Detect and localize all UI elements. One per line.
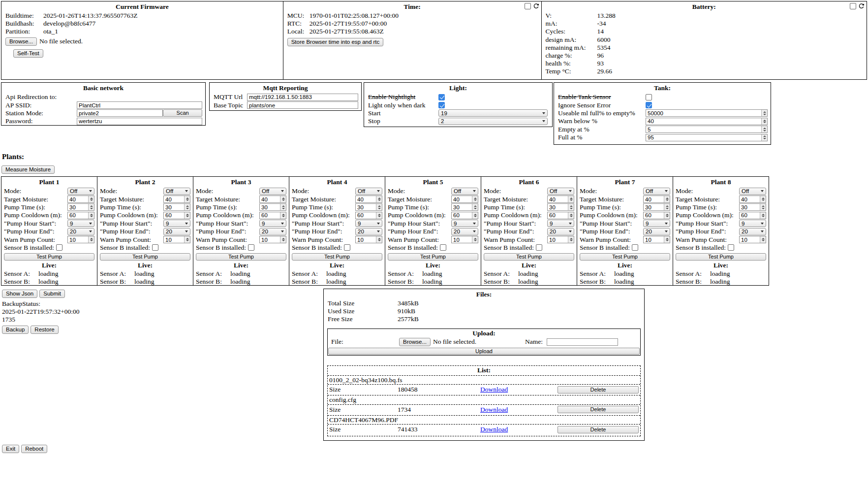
submit-button[interactable]: Submit — [39, 290, 65, 298]
mode-select[interactable]: Off — [547, 188, 574, 195]
pump-hour-end-select[interactable]: 20 — [547, 228, 574, 235]
mode-select[interactable]: Off — [163, 188, 190, 195]
backup-button[interactable]: Backup — [2, 326, 29, 334]
spinner-buttons[interactable] — [88, 196, 94, 202]
spinner-buttons[interactable] — [184, 204, 190, 210]
test-pump-button[interactable]: Test Pump — [676, 253, 766, 261]
pump-hour-end-select[interactable]: 20 — [643, 228, 670, 235]
sensor-b-installed-checkbox[interactable] — [152, 244, 158, 251]
warn-pump-count-input[interactable]: 10 — [547, 236, 574, 243]
spinner-buttons[interactable] — [376, 236, 382, 243]
warn-pump-count-input[interactable]: 10 — [739, 236, 766, 243]
light-only-dark-checkbox[interactable] — [438, 102, 445, 108]
delete-button[interactable]: Delete — [558, 406, 639, 413]
ignore-sensor-error-checkbox[interactable] — [646, 102, 652, 108]
download-link[interactable]: Download — [480, 406, 508, 414]
spinner-buttons[interactable] — [761, 118, 767, 125]
pump-cooldown-input[interactable]: 60 — [67, 212, 94, 219]
test-pump-button[interactable]: Test Pump — [196, 253, 286, 261]
show-json-button[interactable]: Show Json — [2, 290, 37, 298]
mode-select[interactable]: Off — [355, 188, 382, 195]
pump-hour-start-select[interactable]: 9 — [547, 220, 574, 227]
spinner-buttons[interactable] — [761, 110, 767, 116]
battery-autorefresh-checkbox[interactable] — [850, 3, 856, 9]
spinner-buttons[interactable] — [472, 212, 478, 219]
spinner-buttons[interactable] — [760, 196, 766, 202]
pump-hour-start-select[interactable]: 9 — [67, 220, 94, 227]
exit-button[interactable]: Exit — [2, 445, 19, 453]
pump-time-input[interactable]: 30 — [451, 203, 478, 211]
useable-ml-input[interactable]: 50000 — [646, 109, 768, 117]
pump-cooldown-input[interactable]: 60 — [355, 212, 382, 219]
spinner-buttons[interactable] — [184, 212, 190, 219]
spinner-buttons[interactable] — [472, 204, 478, 210]
pump-cooldown-input[interactable]: 60 — [163, 212, 190, 219]
test-pump-button[interactable]: Test Pump — [484, 253, 574, 261]
pump-hour-end-select[interactable]: 20 — [163, 228, 190, 235]
full-at-input[interactable]: 95 — [646, 134, 768, 141]
target-moisture-input[interactable]: 40 — [739, 196, 766, 203]
pump-time-input[interactable]: 30 — [547, 203, 574, 211]
mqtt-url-input[interactable] — [247, 94, 358, 101]
measure-moisture-button[interactable]: Measure Moisture — [1, 165, 55, 174]
target-moisture-input[interactable]: 40 — [547, 196, 574, 203]
target-moisture-input[interactable]: 40 — [163, 196, 190, 203]
enable-nightlight-checkbox[interactable] — [438, 94, 445, 100]
download-link[interactable]: Download — [480, 386, 508, 394]
target-moisture-input[interactable]: 40 — [67, 196, 94, 203]
spinner-buttons[interactable] — [760, 236, 766, 243]
base-topic-input[interactable] — [247, 101, 358, 109]
sensor-b-installed-checkbox[interactable] — [344, 244, 350, 251]
enable-tank-sensor-checkbox[interactable] — [646, 94, 652, 100]
pump-hour-start-select[interactable]: 9 — [163, 220, 190, 227]
pump-hour-end-select[interactable]: 20 — [451, 228, 478, 235]
pump-hour-end-select[interactable]: 20 — [259, 228, 286, 235]
pump-cooldown-input[interactable]: 60 — [451, 212, 478, 219]
spinner-buttons[interactable] — [376, 196, 382, 202]
delete-button[interactable]: Delete — [558, 386, 639, 394]
warn-pump-count-input[interactable]: 10 — [259, 236, 286, 243]
mode-select[interactable]: Off — [451, 188, 478, 195]
spinner-buttons[interactable] — [280, 196, 286, 202]
spinner-buttons[interactable] — [280, 204, 286, 210]
spinner-buttons[interactable] — [664, 204, 670, 210]
spinner-buttons[interactable] — [664, 212, 670, 219]
spinner-buttons[interactable] — [664, 196, 670, 202]
warn-pump-count-input[interactable]: 10 — [163, 236, 190, 243]
spinner-buttons[interactable] — [280, 236, 286, 243]
selftest-button[interactable]: Self-Test — [13, 49, 43, 58]
spinner-buttons[interactable] — [88, 212, 94, 219]
mode-select[interactable]: Off — [643, 188, 670, 195]
pump-cooldown-input[interactable]: 60 — [739, 212, 766, 219]
warn-pump-count-input[interactable]: 10 — [355, 236, 382, 243]
spinner-buttons[interactable] — [664, 236, 670, 243]
restore-button[interactable]: Restore — [31, 326, 58, 334]
target-moisture-input[interactable]: 40 — [355, 196, 382, 203]
time-refresh-icon[interactable] — [533, 3, 539, 9]
pump-hour-start-select[interactable]: 9 — [643, 220, 670, 227]
firmware-browse-button[interactable]: Browse... — [5, 37, 37, 46]
pump-hour-end-select[interactable]: 20 — [67, 228, 94, 235]
battery-refresh-icon[interactable] — [858, 3, 865, 9]
empty-at-input[interactable]: 5 — [646, 126, 768, 133]
delete-button[interactable]: Delete — [558, 426, 639, 433]
download-link[interactable]: Download — [480, 426, 508, 433]
light-start-select[interactable]: 19 — [438, 109, 548, 117]
test-pump-button[interactable]: Test Pump — [292, 253, 382, 261]
spinner-buttons[interactable] — [280, 212, 286, 219]
pump-time-input[interactable]: 30 — [355, 203, 382, 211]
sensor-b-installed-checkbox[interactable] — [248, 244, 254, 251]
spinner-buttons[interactable] — [472, 196, 478, 202]
pump-cooldown-input[interactable]: 60 — [643, 212, 670, 219]
store-browser-time-button[interactable]: Store Browser time into esp and rtc — [287, 38, 384, 46]
sensor-b-installed-checkbox[interactable] — [728, 244, 734, 251]
spinner-buttons[interactable] — [568, 204, 574, 210]
sensor-b-installed-checkbox[interactable] — [632, 244, 638, 251]
light-stop-select[interactable]: 2 — [438, 118, 548, 125]
spinner-buttons[interactable] — [760, 212, 766, 219]
pump-hour-end-select[interactable]: 20 — [355, 228, 382, 235]
mode-select[interactable]: Off — [739, 188, 766, 195]
spinner-buttons[interactable] — [568, 212, 574, 219]
spinner-buttons[interactable] — [184, 196, 190, 202]
mode-select[interactable]: Off — [67, 188, 94, 195]
